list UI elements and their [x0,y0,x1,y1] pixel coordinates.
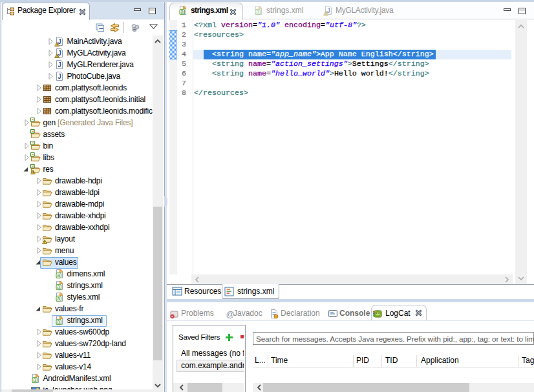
svg-text:a: a [57,272,60,278]
svg-text:a: a [57,318,60,325]
svg-text:J: J [58,73,61,80]
svg-text:a: a [57,284,60,290]
svg-text:a: a [33,377,36,383]
svg-text:a: a [180,8,184,15]
svg-text:a: a [256,8,259,15]
svg-text:a: a [57,295,60,302]
svg-text:J: J [58,61,61,68]
